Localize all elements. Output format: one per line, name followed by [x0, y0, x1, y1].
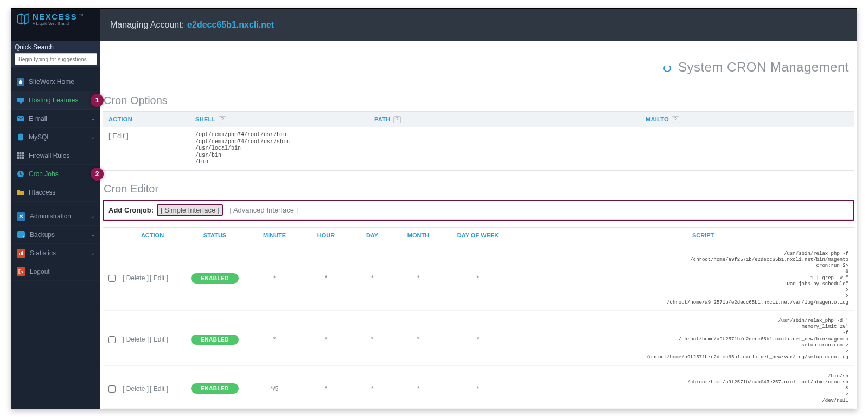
hour-value: *: [302, 336, 350, 343]
svg-rect-2: [17, 98, 24, 102]
sidebar-item-htaccess[interactable]: Htaccess: [11, 183, 100, 202]
sidebar-main-nav: SiteWorx Home Hosting Features ⌄ 1 E-mai…: [11, 67, 100, 202]
delete-link[interactable]: [ Delete ]: [123, 385, 149, 393]
account-hostname: e2decc65b1.nxcli.net: [187, 20, 274, 30]
quick-search-block: Quick Search: [11, 41, 100, 67]
folder-icon: [17, 189, 24, 196]
sidebar-item-statistics[interactable]: Statistics ⌄: [11, 244, 100, 262]
col-header-script: SCRIPT: [513, 232, 848, 239]
table-row: [ Delete ][ Edit ] ENABLED * * * * * /us…: [103, 311, 854, 366]
col-header-action: ACTION: [108, 116, 195, 123]
sidebar-item-backups[interactable]: Backups ⌄: [11, 226, 100, 244]
svg-rect-6: [17, 152, 24, 159]
svg-rect-3: [20, 102, 22, 104]
cron-jobs-table: ACTION STATUS MINUTE HOUR DAY MONTH DAY …: [103, 227, 854, 409]
day-value: *: [350, 385, 394, 393]
db-icon: [17, 133, 24, 141]
chevron-down-icon: ⌄: [91, 115, 95, 121]
help-icon[interactable]: ?: [672, 116, 679, 123]
section-cron-options-title: Cron Options: [104, 94, 854, 107]
month-value: *: [394, 336, 443, 343]
home-icon: [17, 78, 24, 86]
day-value: *: [350, 336, 394, 343]
quick-search-label: Quick Search: [15, 43, 97, 51]
status-badge: ENABLED: [191, 335, 239, 345]
disk-icon: [17, 230, 25, 239]
month-value: *: [394, 385, 443, 393]
month-value: *: [394, 274, 443, 282]
minute-value: *: [247, 336, 302, 343]
top-bar: Managing Account: e2decc65b1.nxcli.net: [100, 9, 857, 41]
day-value: *: [350, 274, 394, 282]
sidebar-item-hosting-features[interactable]: Hosting Features ⌄ 1: [11, 91, 100, 110]
simple-interface-button[interactable]: [ Simple Interface ]: [157, 204, 223, 216]
chevron-down-icon: ⌄: [91, 134, 95, 140]
col-header-path: PATH ?: [374, 116, 646, 123]
main-content: System CRON Management Cron Options ACTI…: [100, 41, 857, 409]
brand-name: NEXCESS: [33, 12, 77, 21]
spinner-icon: [663, 65, 671, 72]
quick-search-input[interactable]: [15, 53, 97, 65]
svg-rect-0: [19, 81, 22, 84]
chevron-down-icon: ⌄: [91, 250, 95, 256]
cron-path-value: /opt/remi/php74/root/usr/bin /opt/remi/p…: [195, 132, 374, 166]
col-header-month: MONTH: [394, 232, 443, 239]
dow-value: *: [443, 336, 513, 343]
col-header-action: ACTION: [123, 232, 182, 239]
hour-value: *: [302, 274, 350, 282]
sidebar-item-firewall-rules[interactable]: Firewall Rules: [11, 146, 100, 165]
edit-link[interactable]: [ Edit ]: [150, 274, 168, 282]
status-badge: ENABLED: [191, 273, 239, 284]
script-value: /usr/sbin/relax_php -d ' memory_limit=2G…: [513, 318, 848, 361]
cron-options-panel: ACTION SHELL ? PATH ? MAILTO ? [ Edit ] …: [103, 111, 854, 171]
sidebar: NEXCESS A Liquid Web Brand ™ Quick Searc…: [11, 9, 100, 409]
col-header-hour: HOUR: [302, 232, 350, 239]
row-checkbox[interactable]: [108, 275, 116, 282]
sidebar-item-email[interactable]: E-mail ⌄: [11, 110, 100, 128]
mail-icon: [17, 115, 24, 123]
help-icon[interactable]: ?: [393, 116, 401, 123]
sidebar-item-siteworx-home[interactable]: SiteWorx Home: [11, 73, 100, 91]
svg-point-1: [20, 79, 22, 81]
dow-value: *: [443, 274, 513, 282]
table-row: [ Delete ][ Edit ] ENABLED */5 * * * * /…: [103, 366, 854, 409]
minute-value: */5: [247, 385, 302, 393]
tools-icon: [17, 212, 25, 221]
exit-icon: [17, 267, 25, 276]
monitor-icon: [17, 97, 24, 104]
advanced-interface-button[interactable]: [ Advanced Interface ]: [226, 205, 301, 215]
delete-link[interactable]: [ Delete ]: [123, 274, 149, 282]
sidebar-secondary-nav: Administration ⌄ Backups ⌄ Statistics ⌄ …: [11, 207, 100, 281]
trademark-icon: ™: [79, 13, 83, 18]
sidebar-item-logout[interactable]: Logout: [11, 262, 100, 281]
annotation-badge-2: 2: [91, 168, 104, 181]
script-value: /bin/sh /chroot/home/a9f2571b/cab043e257…: [513, 374, 848, 404]
col-header-shell: SHELL ?: [195, 116, 374, 123]
chevron-down-icon: ⌄: [91, 231, 95, 237]
help-icon[interactable]: ?: [219, 116, 226, 123]
sidebar-item-administration[interactable]: Administration ⌄: [11, 207, 100, 226]
svg-rect-15: [21, 252, 22, 255]
table-row: [ Delete ][ Edit ] ENABLED * * * * * /us…: [103, 243, 854, 311]
brand-logo-block: NEXCESS A Liquid Web Brand ™: [11, 9, 100, 41]
sidebar-item-cron-jobs[interactable]: Cron Jobs 2: [11, 165, 100, 183]
row-checkbox[interactable]: [108, 336, 116, 343]
section-cron-editor-title: Cron Editor: [104, 183, 854, 195]
chart-icon: [17, 249, 25, 258]
col-header-day-of-week: DAY OF WEEK: [443, 232, 513, 239]
grid-icon: [17, 152, 24, 159]
col-header-status: STATUS: [182, 232, 247, 239]
edit-link[interactable]: [ Edit ]: [150, 385, 168, 393]
row-checkbox[interactable]: [108, 385, 116, 393]
script-value: /usr/sbin/relax_php -f /chroot/home/a9f2…: [513, 251, 848, 306]
hour-value: *: [302, 385, 350, 393]
edit-link[interactable]: [ Edit ]: [150, 336, 168, 343]
sidebar-item-mysql[interactable]: MySQL ⌄: [11, 128, 100, 146]
svg-point-13: [23, 236, 24, 237]
brand-logo-icon: [16, 12, 30, 26]
delete-link[interactable]: [ Delete ]: [123, 336, 149, 343]
cron-options-edit-link[interactable]: [ Edit ]: [108, 132, 129, 140]
svg-rect-12: [17, 231, 25, 238]
svg-rect-16: [22, 251, 23, 255]
page-title: System CRON Management: [663, 60, 849, 75]
